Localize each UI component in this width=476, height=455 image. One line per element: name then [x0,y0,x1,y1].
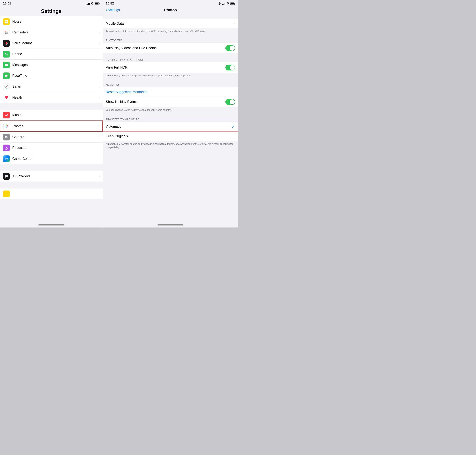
svg-rect-2 [95,3,98,4]
right-home-indicator [103,222,238,228]
nav-back-button[interactable]: ‹ Settings [106,8,120,13]
reminders-label: Reminders [12,31,99,34]
reset-memories-label: Reset Suggested Memories [106,90,147,94]
settings-item-health[interactable]: Health › [0,92,103,103]
hdr-cell[interactable]: View Full HDR [103,62,238,73]
svg-line-25 [6,127,6,127]
right-signal-icon [222,2,225,5]
settings-item-safari[interactable]: Safari › [0,81,103,92]
nav-back-chevron: ‹ [106,8,107,13]
settings-item-tvprovider[interactable]: TV Provider › [0,171,103,182]
settings-group-2: Music › [0,110,103,164]
music-label: Music [12,113,99,117]
left-status-bar: 15:51 [0,0,103,7]
settings-item-music[interactable]: Music › [0,110,103,121]
mobile-data-cell[interactable]: Mobile Data › [103,19,238,28]
autoplay-label: Auto-Play Videos and Live Photos [106,46,225,50]
camera-icon [3,134,10,140]
tvprovider-label: TV Provider [12,174,99,178]
reset-memories-cell[interactable]: Reset Suggested Memories [103,87,238,97]
facetime-label: FaceTime [12,74,99,78]
phone-chevron: › [99,52,100,56]
svg-point-29 [6,137,7,138]
svg-line-21 [7,125,8,126]
svg-rect-3 [5,20,8,23]
transfer-footer: Automatically transfer photos and videos… [103,141,238,152]
hdr-section: HDR (HIGH DYNAMIC RANGE) View Full HDR A… [103,55,238,80]
phone-label: Phone [12,52,99,56]
svg-line-27 [6,125,6,126]
settings-item-reminders[interactable]: Reminders › [0,27,103,38]
memories-section: MEMORIES Reset Suggested Memories Show H… [103,80,238,114]
automatic-cell[interactable]: Automatic ✓ [103,122,238,131]
camera-chevron: › [99,135,100,139]
photos-nav-title: Photos [164,8,177,12]
settings-list: Notes › Reminders › [0,16,103,222]
photos-icon [3,123,10,130]
hdr-header: HDR (HIGH DYNAMIC RANGE) [103,55,238,62]
right-wifi-icon [226,2,229,5]
safari-label: Safari [12,85,99,89]
keep-originals-label: Keep Originals [106,134,235,138]
right-battery-icon [230,2,235,5]
settings-item-messages[interactable]: Messages › [0,60,103,70]
music-chevron: › [99,113,100,117]
hdr-toggle-knob [230,65,235,70]
svg-rect-1 [99,3,100,4]
hdr-toggle[interactable] [225,65,235,70]
show-holidays-toggle[interactable] [225,99,235,105]
health-chevron: › [99,96,100,99]
messages-icon [3,62,10,68]
svg-rect-40 [235,3,235,4]
notes-chevron: › [99,20,100,23]
memories-footer: You can choose to see holiday events for… [103,107,238,114]
automatic-checkmark: ✓ [231,124,235,129]
settings-item-podcasts[interactable]: Podcasts › [0,143,103,153]
notes-label: Notes [12,20,99,24]
automatic-label: Automatic [106,125,231,129]
svg-point-8 [5,32,6,33]
mobile-data-section: Mobile Data › Turn off mobile data to re… [103,14,238,35]
messages-label: Messages [12,63,99,67]
right-status-bar: 15:52 [103,0,238,7]
camera-label: Camera [12,135,99,139]
safari-chevron: › [99,85,100,88]
settings-item-photos[interactable]: Photos › [0,121,103,132]
hdr-label: View Full HDR [106,65,225,69]
settings-item-gamecenter[interactable]: Game Center › [0,153,103,164]
left-time: 15:51 [3,2,11,5]
settings-item-camera[interactable]: Camera › [0,132,103,143]
settings-item-voicememos[interactable]: Voice Memos › [0,38,103,49]
settings-header: Settings [0,7,103,16]
settings-item-facetime[interactable]: FaceTime › [0,70,103,81]
voicememos-icon [3,40,10,47]
spacer-2 [103,53,238,55]
autoplay-cell[interactable]: Auto-Play Videos and Live Photos [103,43,238,53]
show-holidays-label: Show Holiday Events [106,100,225,104]
separator-2 [0,164,103,171]
transfer-header: TRANSFER TO MAC OR PC [103,114,238,122]
svg-point-33 [5,158,6,159]
music-icon [3,112,10,118]
podcasts-label: Podcasts [12,146,99,150]
autoplay-toggle[interactable] [225,45,235,51]
left-status-icons [87,2,100,5]
mobile-data-label: Mobile Data [106,22,234,26]
photos-nav-bar: ‹ Settings Photos [103,7,238,14]
memories-header: MEMORIES [103,80,238,87]
facetime-icon [3,73,10,79]
settings-item-phone[interactable]: Phone › [0,49,103,60]
settings-group-1: Notes › Reminders › [0,16,103,103]
left-home-bar [38,225,65,226]
settings-list-panel: 15:51 Settings [0,0,103,228]
settings-item-partial[interactable] [0,188,103,199]
settings-item-notes[interactable]: Notes › [0,16,103,27]
show-holidays-cell[interactable]: Show Holiday Events [103,97,238,107]
svg-point-9 [5,33,6,34]
gamecenter-chevron: › [99,157,100,161]
nav-back-label: Settings [108,8,120,12]
voicememos-chevron: › [99,42,100,45]
keep-originals-cell[interactable]: Keep Originals [103,131,238,141]
photos-chevron: › [98,124,99,128]
phone-icon [3,51,10,57]
